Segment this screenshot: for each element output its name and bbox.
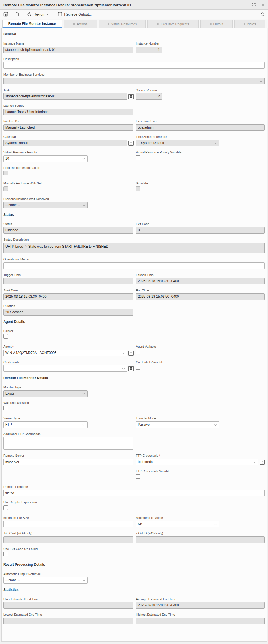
list-icon bbox=[130, 352, 132, 354]
end-time-label: End Time bbox=[136, 289, 265, 292]
tab-label: Virtual Resources bbox=[111, 22, 137, 26]
save-icon bbox=[3, 12, 8, 17]
use-exit-code-on-failed-label: Use Exit Code On Failed bbox=[3, 547, 133, 551]
maximize-icon[interactable] bbox=[252, 3, 256, 6]
ftp-credentials-select[interactable]: test-creds bbox=[136, 459, 258, 465]
tab-status-dot-icon bbox=[108, 23, 109, 25]
tab-actions[interactable]: Actions bbox=[64, 20, 97, 28]
list-icon bbox=[130, 95, 132, 98]
transfer-mode-select[interactable]: Passive bbox=[136, 421, 219, 428]
end-time-field: 2025-03-18 15:03:50 -0400 bbox=[136, 293, 265, 300]
hold-resources-on-failure-label: Hold Resources on Failure bbox=[3, 166, 133, 170]
zos-id-label: z/OS ID (z/OS only) bbox=[136, 532, 265, 535]
credentials-label: Credentials bbox=[3, 360, 133, 364]
credentials-variable-checkbox[interactable] bbox=[136, 365, 140, 370]
automatic-output-retrieval-select[interactable]: -- None -- bbox=[3, 577, 88, 584]
minimum-file-scale-select[interactable]: KB bbox=[136, 521, 219, 527]
ftp-credentials-label: FTP Credentials* bbox=[136, 454, 265, 458]
close-icon[interactable] bbox=[261, 3, 264, 6]
monitor-type-select: Exists bbox=[3, 390, 88, 397]
user-estimated-end-time-label: User Estimated End Time bbox=[3, 597, 133, 601]
minimize-icon[interactable] bbox=[243, 3, 247, 6]
delete-button[interactable] bbox=[15, 12, 19, 17]
agent-label: Agent* bbox=[3, 345, 133, 349]
launch-source-field: Launch Task / User Interface bbox=[3, 109, 133, 115]
cluster-checkbox[interactable] bbox=[3, 334, 8, 339]
use-regular-expression-checkbox[interactable] bbox=[3, 505, 8, 510]
tab-status-dot-icon bbox=[210, 23, 212, 25]
exit-code-label: Exit Code bbox=[136, 222, 265, 226]
rerun-button[interactable]: Re-run bbox=[27, 12, 49, 17]
remote-server-label: Remote Server bbox=[3, 454, 133, 458]
description-label: Description bbox=[3, 57, 265, 61]
retrieve-output-button[interactable]: Retrieve Output... bbox=[58, 12, 92, 17]
hold-resources-on-failure-checkbox bbox=[3, 171, 8, 175]
form-panel: General Instance Name stonebranch-ftpfil… bbox=[1, 28, 267, 642]
tab-notes[interactable]: Notes bbox=[234, 20, 265, 28]
section-heading-agent-details: Agent Details bbox=[3, 320, 265, 324]
remote-server-input[interactable] bbox=[3, 459, 133, 465]
remote-filename-input[interactable] bbox=[3, 490, 265, 496]
minimum-file-size-label: Minimum File Size bbox=[3, 516, 133, 520]
toolbar: Re-run Retrieve Output... bbox=[0, 10, 268, 19]
use-regular-expression-label: Use Regular Expression bbox=[3, 501, 133, 504]
tab-label: Output bbox=[213, 22, 223, 26]
instance-name-label: Instance Name bbox=[3, 42, 133, 45]
credentials-details-button[interactable] bbox=[128, 366, 134, 371]
status-description-label: Status Description bbox=[3, 238, 265, 242]
source-version-label: Source Version bbox=[136, 88, 265, 92]
section-heading-remote-file-monitor-details: Remote File Monitor Details bbox=[3, 376, 265, 380]
dialog-title: Remote File Monitor Instance Details: st… bbox=[3, 3, 132, 7]
trigger-time-field bbox=[3, 278, 133, 284]
credentials-select[interactable] bbox=[3, 365, 127, 372]
lowest-estimated-end-time-field bbox=[3, 618, 133, 624]
time-zone-preference-select: -- System Default -- bbox=[136, 140, 219, 146]
virtual-resource-priority-label: Virtual Resource Priority bbox=[3, 151, 133, 154]
save-button[interactable] bbox=[3, 12, 8, 17]
retrieve-output-icon bbox=[58, 12, 62, 17]
ftp-credentials-variable-label: FTP Credentials Variable bbox=[136, 469, 265, 473]
user-estimated-end-time-field bbox=[3, 602, 133, 609]
tab-output[interactable]: Output bbox=[200, 20, 233, 28]
tab-exclusive-requests[interactable]: Exclusive Requests bbox=[147, 20, 199, 28]
server-type-select[interactable]: FTP bbox=[3, 421, 88, 428]
simulate-checkbox bbox=[136, 186, 140, 191]
wait-until-satisfied-checkbox[interactable] bbox=[3, 406, 8, 410]
tab-bar: Remote File Monitor Instance Actions Vir… bbox=[0, 19, 268, 28]
task-details-button[interactable] bbox=[128, 94, 134, 99]
lowest-estimated-end-time-label: Lowest Estimated End Time bbox=[3, 613, 133, 617]
minimum-file-size-input[interactable] bbox=[3, 521, 133, 527]
virtual-resource-priority-select[interactable]: 10 bbox=[3, 155, 88, 162]
ftp-credentials-variable-checkbox[interactable] bbox=[136, 474, 140, 479]
rerun-label: Re-run bbox=[34, 12, 44, 16]
description-input[interactable] bbox=[3, 62, 265, 69]
remote-filename-label: Remote Filename bbox=[3, 485, 265, 489]
virtual-resource-priority-variable-label: Virtual Resource Priority Variable bbox=[136, 151, 265, 154]
tab-label: Exclusive Requests bbox=[161, 22, 189, 26]
refresh-button[interactable] bbox=[260, 12, 264, 17]
cluster-label: Cluster bbox=[3, 329, 133, 333]
status-description-field: UFTP failed -> State was forced from STA… bbox=[3, 243, 265, 253]
agent-variable-checkbox[interactable] bbox=[136, 350, 140, 354]
tab-label: Remote File Monitor Instance bbox=[8, 22, 56, 26]
exit-code-field: 0 bbox=[136, 227, 265, 234]
tab-virtual-resources[interactable]: Virtual Resources bbox=[99, 20, 146, 28]
calendar-details-button[interactable] bbox=[128, 141, 134, 146]
execution-user-label: Execution User bbox=[136, 119, 265, 123]
tab-status-dot-icon bbox=[73, 23, 75, 25]
tab-remote-file-monitor-instance[interactable]: Remote File Monitor Instance bbox=[2, 20, 62, 28]
transfer-mode-label: Transfer Mode bbox=[136, 417, 265, 420]
ftp-credentials-details-button[interactable] bbox=[260, 460, 265, 465]
additional-ftp-commands-textarea[interactable] bbox=[3, 437, 133, 450]
section-heading-status: Status bbox=[3, 213, 265, 217]
trigger-time-label: Trigger Time bbox=[3, 273, 133, 277]
agent-details-button[interactable] bbox=[128, 351, 134, 356]
use-exit-code-on-failed-checkbox[interactable] bbox=[3, 552, 8, 556]
minimum-file-scale-label: Minimum File Scale bbox=[136, 516, 265, 520]
agent-select[interactable]: WIN-A4AQ2TM070A - AGNT0005 bbox=[3, 350, 127, 356]
highest-estimated-end-time-field bbox=[136, 618, 265, 624]
status-field: Finished bbox=[3, 227, 133, 234]
virtual-resource-priority-variable-checkbox[interactable] bbox=[136, 155, 140, 160]
credentials-variable-label: Credentials Variable bbox=[136, 360, 265, 364]
operational-memo-input[interactable] bbox=[3, 262, 265, 269]
